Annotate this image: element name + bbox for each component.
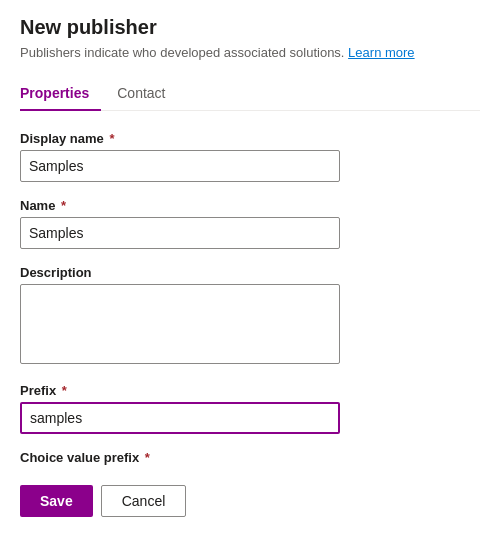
name-required: * [57,198,66,213]
prefix-label: Prefix * [20,383,480,398]
description-label: Description [20,265,480,280]
tabs-container: Properties Contact [20,76,480,111]
display-name-required: * [106,131,115,146]
choice-value-prefix-required: * [141,450,150,465]
choice-value-prefix-label: Choice value prefix * [20,450,480,465]
prefix-required: * [58,383,67,398]
page-subtitle: Publishers indicate who developed associ… [20,45,480,60]
subtitle-text: Publishers indicate who developed associ… [20,45,344,60]
tab-properties[interactable]: Properties [20,77,101,111]
name-label: Name * [20,198,480,213]
name-group: Name * [20,198,480,249]
page-title: New publisher [20,16,480,39]
description-input[interactable] [20,284,340,364]
display-name-input[interactable] [20,150,340,182]
display-name-label: Display name * [20,131,480,146]
display-name-group: Display name * [20,131,480,182]
description-group: Description [20,265,480,367]
save-button[interactable]: Save [20,485,93,517]
learn-more-link[interactable]: Learn more [348,45,414,60]
tab-contact[interactable]: Contact [117,77,177,111]
cancel-button[interactable]: Cancel [101,485,187,517]
choice-value-prefix-group: Choice value prefix * [20,450,480,465]
prefix-group: Prefix * [20,383,480,434]
name-input[interactable] [20,217,340,249]
button-row: Save Cancel [20,485,480,517]
prefix-input[interactable] [20,402,340,434]
